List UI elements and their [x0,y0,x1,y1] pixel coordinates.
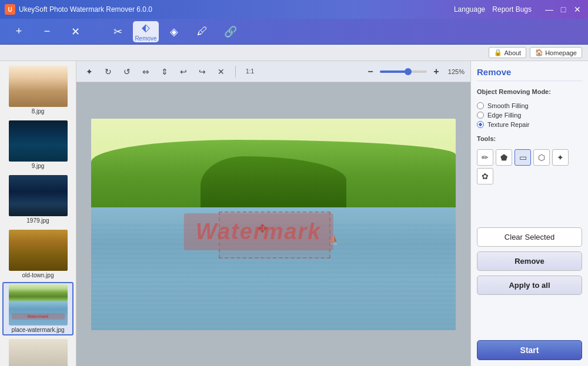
thumbnail-extra [9,339,68,366]
add-icon: + [16,25,22,38]
brush-tool-button[interactable]: ✏ [477,149,493,166]
homepage-label: Homepage [545,49,577,56]
restore-button[interactable]: □ [557,4,569,15]
homepage-button[interactable]: 🏠 Homepage [530,47,582,58]
title-bar: U UkeySoft Photo Watermark Remover 6.0.0… [0,0,588,19]
zoom-value: 125% [448,68,465,75]
about-label: About [504,49,521,56]
film-label-1979jpg: 1979.jpg [5,217,71,224]
pattern-icon: ✿ [482,172,489,181]
film-label-9jpg: 9.jpg [5,163,71,169]
minimize-button[interactable]: — [543,4,555,15]
about-button[interactable]: 🔒 About [489,47,526,58]
filmstrip-item-1979jpg[interactable]: 1979.jpg [2,173,74,226]
window-controls: — □ ✕ [543,4,583,15]
lock-icon: 🔒 [494,49,502,56]
tools-row: ✏ ⬟ ▭ ⬡ ✦ ✿ [477,149,582,184]
panel-title: Remove [477,67,582,81]
filmstrip-item-9jpg[interactable]: 9.jpg [2,118,74,172]
clear-selected-button[interactable]: Clear Selected [477,227,582,247]
zoom-out-button[interactable]: − [363,65,377,79]
image-canvas[interactable]: ⛵ Watermark ✥ [76,82,470,366]
language-link[interactable]: Language [454,5,485,14]
zoom-in-button[interactable]: + [429,65,443,79]
film-label-oldtown: old-town.jpg [5,272,71,278]
start-button[interactable]: Start [477,340,582,360]
edge-radio[interactable] [477,112,484,119]
flip-v-button[interactable]: ⇕ [158,65,172,79]
erase-tool-button[interactable]: ◈ [161,21,187,42]
thumbnail-placewatermark: Watermark [9,284,68,325]
remove-file-button[interactable]: − [34,21,60,42]
rectangle-tool-button[interactable]: ▭ [514,149,531,166]
filmstrip-item-placewatermark[interactable]: Watermark place-watermark.jpg [2,282,74,335]
image-toolbar: ✦ ↻ ↺ ⇔ ⇕ ↩ ↪ ✕ 1:1 − + 125% [76,61,470,82]
main-toolbar: + − ✕ ✂ ⬖ Remove ◈ 🖊 🔗 [0,19,588,45]
mode-edge-option[interactable]: Edge Filling [477,112,582,119]
rotate-ccw-button[interactable]: ↺ [120,65,134,79]
zoom-fit-label: 1:1 [246,68,254,75]
mode-texture-option[interactable]: Texture Repair [477,121,582,128]
flip-h-button[interactable]: ⇔ [139,65,153,79]
app-logo: U [5,4,15,15]
magic-wand-button[interactable]: ✦ [552,149,569,166]
minus-icon: − [44,25,51,38]
magic-wand-icon: ✦ [557,153,564,162]
smooth-label: Smooth Filling [487,102,529,109]
close-file-button[interactable]: ✕ [62,21,88,42]
clone-tool-button[interactable]: 🔗 [218,21,243,42]
zoom-fit-button[interactable]: 1:1 [243,65,257,79]
filmstrip-item-8jpg[interactable]: 8.jpg [2,63,74,117]
paint-icon: 🖊 [197,25,208,38]
apply-to-all-button[interactable]: Apply to all [477,276,582,295]
zoom-slider-thumb[interactable] [405,68,412,75]
tools-section-label: Tools: [477,135,582,142]
image-area: ✦ ↻ ↺ ⇔ ⇕ ↩ ↪ ✕ 1:1 − + 125% [76,61,470,366]
remove-tool-button[interactable]: ⬖ Remove [133,21,159,42]
filmstrip: 8.jpg 9.jpg 1979.jpg old-town.jpg Waterm… [0,61,76,366]
erase-icon: ◈ [170,25,178,38]
brush-icon: ✏ [482,153,489,162]
spacer [477,189,582,223]
shape-brush-icon: ⬟ [500,153,507,162]
filmstrip-item-oldtown[interactable]: old-town.jpg [2,227,74,281]
x-icon: ✕ [71,25,80,38]
mode-smooth-option[interactable]: Smooth Filling [477,102,582,109]
shape-brush-button[interactable]: ⬟ [496,149,512,166]
pattern-tool-button[interactable]: ✿ [477,168,493,184]
film-label-placewatermark: place-watermark.jpg [5,327,71,333]
move-icon[interactable]: ✥ [258,221,268,236]
rectangle-icon: ▭ [519,153,527,162]
paint-tool-button[interactable]: 🖊 [189,21,215,42]
polygon-tool-button[interactable]: ⬡ [533,149,550,166]
report-bugs-link[interactable]: Report Bugs [492,5,532,14]
cancel-button[interactable]: ✕ [214,65,228,79]
filmstrip-item-extra[interactable] [2,337,74,366]
toolbar-divider [235,66,236,78]
main-image-container: ⛵ Watermark ✥ [91,119,456,330]
bottom-spacer [477,300,582,333]
info-bar: 🔒 About 🏠 Homepage [0,45,588,61]
undo-button[interactable]: ↩ [176,65,191,79]
main-layout: 8.jpg 9.jpg 1979.jpg old-town.jpg Waterm… [0,61,588,366]
remove-tool-icon: ⬖ [142,21,150,34]
zoom-slider[interactable] [380,70,427,73]
home-icon: 🏠 [535,49,543,56]
star-tool-button[interactable]: ✦ [82,65,96,79]
close-button[interactable]: ✕ [572,4,583,15]
crop-icon: ✂ [113,25,122,38]
remove-button[interactable]: Remove [477,251,582,271]
smooth-radio[interactable] [477,102,484,109]
zoom-controls: − + 125% [363,65,465,79]
rotate-cw-button[interactable]: ↻ [101,65,115,79]
title-bar-right: Language Report Bugs — □ ✕ [454,4,583,15]
add-file-button[interactable]: + [6,21,32,42]
thumbnail-1979jpg [9,175,68,216]
texture-radio[interactable] [477,121,484,128]
thumbnail-oldtown [9,230,68,271]
polygon-icon: ⬡ [538,153,545,162]
redo-button[interactable]: ↪ [195,65,209,79]
crop-tool-button[interactable]: ✂ [105,21,131,42]
film-label-8jpg: 8.jpg [5,108,71,115]
mode-radio-group: Smooth Filling Edge Filling Texture Repa… [477,102,582,128]
